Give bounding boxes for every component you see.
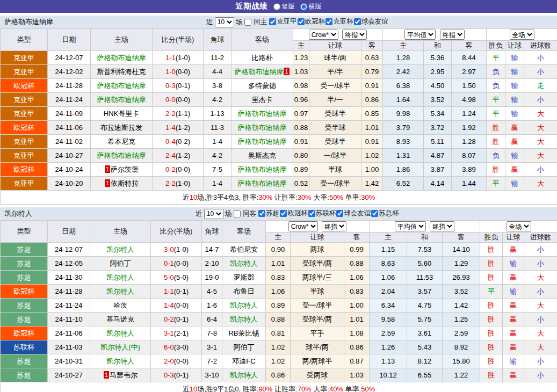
league-filter[interactable]: 球会友谊 <box>353 17 388 26</box>
away-team-cell: 邓迪FC <box>222 354 266 368</box>
score-text: (2-1) <box>174 329 189 337</box>
result-cell: 胜 <box>480 354 503 368</box>
vertical-layout-radio[interactable] <box>273 3 280 10</box>
score-cell: 1-1(0-1) <box>151 285 202 299</box>
league-checkbox[interactable] <box>336 210 343 217</box>
goals-cell: 大 <box>524 271 557 285</box>
scope-select[interactable]: 全场 <box>510 30 534 40</box>
scope-select[interactable]: 全场 <box>507 221 531 231</box>
col-date: 日期 <box>48 29 91 51</box>
league-checkbox[interactable] <box>354 18 361 25</box>
avg-draw-cell: 5.43 <box>407 340 443 354</box>
handicap-cell: 一/球半 <box>309 149 361 163</box>
league-checkbox[interactable] <box>269 18 276 25</box>
final-odds-select[interactable]: 终指 <box>440 30 465 40</box>
league-filter[interactable]: 苏联杯 <box>308 209 336 218</box>
layout-option-horizontal[interactable]: 横版 <box>300 2 322 11</box>
league-filter[interactable]: 苏超 <box>258 209 279 218</box>
team-label: 萨格勒布迪纳摩 <box>234 68 283 76</box>
avg-away-cell: 2.59 <box>443 326 480 340</box>
goals-cell: 大 <box>524 340 557 354</box>
avg-away-cell: 4.98 <box>452 93 487 107</box>
league-filter[interactable]: 克亚甲 <box>269 17 297 26</box>
final-odds-select[interactable]: 终指 <box>322 221 346 231</box>
match-count-select[interactable]: 10 <box>204 209 223 219</box>
corner-cell: 11-2 <box>204 51 232 65</box>
home-odds-cell: 1.02 <box>266 340 291 354</box>
handicap-result-cell: 赢 <box>505 121 524 135</box>
away-odds-cell: 0.91 <box>361 135 383 149</box>
team-label: 马瑟韦尔 <box>110 371 138 379</box>
home-odds-cell: 0.80 <box>293 149 309 163</box>
layout-option-vertical[interactable]: 竖版 <box>273 2 295 11</box>
score-text: 0-2 <box>165 165 176 173</box>
league-checkbox[interactable] <box>280 210 287 217</box>
home-odds-cell: 0.88 <box>266 313 291 326</box>
avg-draw-cell: 5.11 <box>424 135 452 149</box>
league-checkbox[interactable] <box>258 210 265 217</box>
home-team-cell: 萨格勒布迪纳摩 <box>91 79 153 93</box>
match-count-select[interactable]: 10 <box>215 17 234 27</box>
col-avg-away: 客 <box>443 233 480 243</box>
company-select[interactable]: Crow* <box>288 221 318 231</box>
matches-table: 类型 日期 主场 比分(半场) 角球 客场 Crow* 终指 平均值 终指 <box>0 220 557 392</box>
score-text: (3-0) <box>174 343 189 351</box>
goals-cell: 小 <box>524 65 557 79</box>
score-cell: 2-2(1-1) <box>153 107 204 121</box>
match-row: 克亚甲24-12-02斯普利特海杜克1-0(0-0)4-4萨格勒布迪纳摩11.0… <box>1 65 557 79</box>
league-filter[interactable]: 克亚杯 <box>325 17 353 26</box>
home-team-cell: 凯尔特人 <box>90 243 151 257</box>
average-select[interactable]: 平均值 <box>395 221 426 231</box>
date-cell: 24-10-27 <box>48 149 91 163</box>
league-checkbox[interactable] <box>298 18 305 25</box>
goals-cell: 大 <box>524 149 557 163</box>
league-checkbox[interactable] <box>371 210 378 217</box>
avg-away-cell: 1.25 <box>443 313 480 326</box>
league-filter[interactable]: 欧冠杯 <box>297 17 325 26</box>
avg-away-cell: 26.93 <box>443 271 480 285</box>
team-label: HNK哥里卡 <box>104 110 139 118</box>
league-filter[interactable]: 苏总杯 <box>371 209 399 218</box>
score-cell: 3-0(1-0) <box>151 243 202 257</box>
league-checkbox[interactable] <box>325 18 332 25</box>
same-venue-checkbox[interactable] <box>234 210 241 217</box>
team-label: 萨格勒布迪纳摩 <box>238 165 287 173</box>
avg-home-cell: 2.59 <box>370 326 407 340</box>
match-row: 欧冠杯24-11-28萨格勒布迪纳摩0-3(0-1)3-8多特蒙德0.98受一/… <box>1 79 557 93</box>
score-text: 2-2 <box>165 179 176 187</box>
away-odds-cell: 1.02 <box>361 149 383 163</box>
avg-home-cell: 1.86 <box>383 163 424 177</box>
date-cell: 24-12-02 <box>48 65 91 79</box>
league-filter[interactable]: 球会友谊 <box>336 209 371 218</box>
home-odds-cell: 0.98 <box>293 79 309 93</box>
score-text: (1-0) <box>176 179 190 187</box>
same-venue-checkbox[interactable] <box>244 19 251 26</box>
away-team-cell: 凯尔特人 <box>222 257 266 271</box>
final-odds-select[interactable]: 终指 <box>430 221 454 231</box>
goals-cell: 走 <box>524 79 557 93</box>
final-odds-select[interactable]: 终指 <box>342 30 367 40</box>
avg-home-cell: 9.98 <box>383 107 424 121</box>
league-filters: 苏超欧冠杯苏联杯球会友谊苏总杯 <box>258 209 399 219</box>
col-home: 主场 <box>90 221 151 243</box>
handicap-result-cell: 赢 <box>503 313 524 326</box>
goals-cell: 小 <box>524 243 557 257</box>
league-checkbox[interactable] <box>308 210 315 217</box>
result-cell: 胜 <box>480 243 503 257</box>
filter-bar: 近 10 场 同主 克亚甲欧冠杯克亚杯球会友谊 <box>206 17 388 27</box>
average-select[interactable]: 平均值 <box>404 30 436 40</box>
score-text: 0-0 <box>165 96 176 104</box>
league-filters: 克亚甲欧冠杯克亚杯球会友谊 <box>269 17 388 27</box>
avg-draw-cell: 3.61 <box>407 326 443 340</box>
rank-badge: 1 <box>105 179 110 187</box>
horizontal-layout-radio[interactable] <box>300 3 307 10</box>
col-corner: 角球 <box>202 221 222 243</box>
score-cell: 5-0(5-0) <box>151 271 202 285</box>
league-filter[interactable]: 欧冠杯 <box>279 209 308 218</box>
summary-text: 场,胜9平1负0, 胜率: <box>197 385 258 392</box>
company-select[interactable]: Crow* <box>309 30 338 40</box>
handicap-cell: 球半/两 <box>309 51 361 65</box>
avg-draw-cell: 5.60 <box>407 257 443 271</box>
result-cell: 平 <box>480 285 503 299</box>
corner-cell: 7-2 <box>202 354 222 368</box>
